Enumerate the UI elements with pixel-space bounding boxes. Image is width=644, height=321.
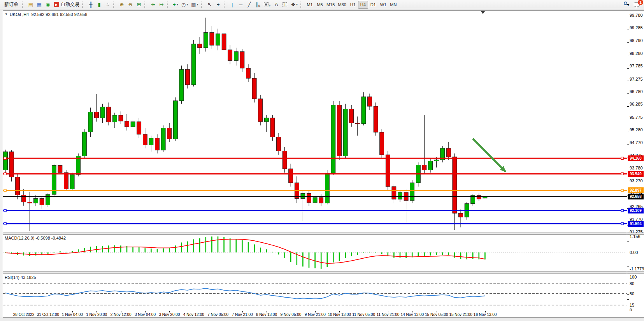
hline-92.109[interactable] xyxy=(3,209,627,212)
main-chart-panel[interactable] xyxy=(3,11,627,233)
price-tick-label: 95.280 xyxy=(630,127,643,132)
annotation-arrow-down[interactable] xyxy=(473,139,505,172)
timeframe-button-h4[interactable]: H4 xyxy=(358,1,368,9)
hline-92.897[interactable] xyxy=(3,189,627,192)
price-tag-94.160: 94.160 xyxy=(628,155,644,161)
zoom-out-icon: ⊖ xyxy=(128,2,133,7)
one-click-trading-arrow-icon[interactable]: ▼ xyxy=(5,12,8,16)
macd-signal-line xyxy=(5,239,485,263)
chevron-down-icon: ▾ xyxy=(296,3,298,6)
price-tick-label: 99.780 xyxy=(630,13,643,18)
rsi-tick-label: 100 xyxy=(630,275,637,279)
time-tick-label: 9 Nov 21:00 xyxy=(305,312,326,317)
arrows-icon[interactable]: ❖▾ xyxy=(289,1,299,9)
time-tick-label: 15 Nov 05:00 xyxy=(425,312,448,317)
fibonacci-icon[interactable]: ≡F xyxy=(262,1,272,9)
price-tag-92.897: 92.897 xyxy=(628,187,644,193)
text-label-icon[interactable]: T xyxy=(281,1,289,9)
market-watch-icon[interactable]: ▦ xyxy=(35,1,44,9)
time-tick-label: 3 Nov 20:00 xyxy=(159,312,180,317)
rsi-indicator-label: RSI(14) 43.1825 xyxy=(5,275,36,280)
text-icon[interactable]: A xyxy=(272,1,281,9)
rsi-tick-label: 15 xyxy=(630,303,634,307)
bar-chart-icon: ╫ xyxy=(89,2,92,7)
timeframe-button-w1[interactable]: W1 xyxy=(378,1,388,9)
toolbar: 新订单▤▦◉▶自动交易╫▮≈⊕⊖⊞↠↦+▾◷▾▨▾↖+|─╱∥E≡FAT❖▾M1… xyxy=(0,0,644,9)
timeframe-button-m1[interactable]: M1 xyxy=(305,1,315,9)
new-chart-icon[interactable]: ▤ xyxy=(26,1,35,9)
chart-symbol-label[interactable]: ▼UKOil-,H4 92.592 92.681 92.553 92.658 xyxy=(5,12,87,17)
templates-icon[interactable]: ▨▾ xyxy=(190,1,200,9)
time-tick-label: 2 Nov 12:00 xyxy=(111,312,132,317)
zoom-in-icon[interactable]: ⊕ xyxy=(118,1,126,9)
timeframe-button-m30[interactable]: M30 xyxy=(336,1,347,9)
rsi-panel[interactable] xyxy=(3,273,627,311)
cursor-icon[interactable]: ↖ xyxy=(205,1,214,9)
toolbar-separator xyxy=(224,2,226,8)
toolbar-separator xyxy=(113,2,116,8)
auto-scroll-icon: ↠ xyxy=(151,2,155,7)
candlestick-chart-icon[interactable]: ▮ xyxy=(95,1,104,9)
toolbar-separator xyxy=(201,2,204,8)
vertical-line-icon[interactable]: | xyxy=(228,1,237,9)
time-tick-label: 3 Nov 04:00 xyxy=(135,312,156,317)
hline-93.549[interactable] xyxy=(3,173,627,175)
price-tick-label: 96.780 xyxy=(630,89,643,94)
chevron-down-icon: ▾ xyxy=(197,3,198,6)
notifications-chat-icon[interactable]: 1 xyxy=(634,1,642,8)
tile-windows-icon[interactable]: ⊞ xyxy=(135,1,143,9)
price-axis[interactable]: 99.78099.28598.79098.28097.78597.27596.7… xyxy=(627,11,644,311)
equidistant-channel-icon: ∥ xyxy=(255,2,258,7)
macd-panel[interactable] xyxy=(3,235,627,272)
auto-scroll-icon[interactable]: ↠ xyxy=(149,1,157,9)
time-tick-label: 4 Nov 12:00 xyxy=(183,312,204,317)
time-axis[interactable]: 28 Oct 202231 Oct 12:001 Nov 04:001 Nov … xyxy=(3,311,644,317)
crosshair-icon[interactable]: + xyxy=(214,1,223,9)
templates-icon: ▨ xyxy=(191,2,196,7)
horizontal-line-icon[interactable]: ─ xyxy=(237,1,245,9)
zoom-in-icon: ⊕ xyxy=(120,2,124,7)
price-tick-label: 98.280 xyxy=(630,51,643,56)
timeframe-button-h1[interactable]: H1 xyxy=(348,1,358,9)
timeframe-button-mn[interactable]: MN xyxy=(388,1,398,9)
autotrading-button[interactable]: ▶自动交易 xyxy=(52,1,81,9)
new-order-button[interactable]: 新订单 xyxy=(2,1,21,9)
indicators-icon[interactable]: +▾ xyxy=(171,1,180,9)
equidistant-channel-icon[interactable]: ∥E xyxy=(254,1,262,9)
time-tick-label: 10 Nov 13:00 xyxy=(328,312,351,317)
navigator-icon: ◉ xyxy=(46,2,50,7)
chart-shift-marker-icon[interactable] xyxy=(481,11,485,14)
trendline-icon[interactable]: ╱ xyxy=(245,1,254,9)
zoom-out-icon[interactable]: ⊖ xyxy=(126,1,135,9)
time-tick-label: 1 Nov 04:00 xyxy=(62,312,83,317)
time-tick-label: 7 Nov 21:00 xyxy=(232,312,253,317)
price-tick-label: 99.285 xyxy=(630,25,643,30)
time-tick-label: 9 Nov 05:00 xyxy=(280,312,301,317)
navigator-icon[interactable]: ◉ xyxy=(44,1,52,9)
toolbar-separator xyxy=(167,2,169,8)
hline-91.594[interactable] xyxy=(3,222,627,225)
periods-clock-icon[interactable]: ◷▾ xyxy=(180,1,190,9)
price-tag-93.549: 93.549 xyxy=(628,171,644,177)
line-chart-icon[interactable]: ≈ xyxy=(104,1,112,9)
timeframe-button-m15[interactable]: M15 xyxy=(325,1,336,9)
time-tick-label: 11 Nov 21:00 xyxy=(377,312,400,317)
macd-tick-label: 0.00 xyxy=(630,250,638,255)
time-tick-label: 1 Nov 20:00 xyxy=(86,312,107,317)
bar-chart-icon[interactable]: ╫ xyxy=(86,1,95,9)
toolbar-separator xyxy=(82,2,84,8)
price-tick-label: 97.275 xyxy=(630,77,643,81)
time-tick-label: 14 Nov 13:00 xyxy=(401,312,424,317)
timeframe-button-d1[interactable]: D1 xyxy=(368,1,378,9)
time-tick-label: 28 Oct 2022 xyxy=(13,312,34,317)
search-icon[interactable] xyxy=(623,1,630,8)
price-tick-label: 96.285 xyxy=(630,102,643,106)
hline-94.160[interactable] xyxy=(3,157,627,159)
trendline-icon: ╱ xyxy=(248,2,251,7)
timeframe-button-m5[interactable]: M5 xyxy=(315,1,325,9)
chart-shift-icon[interactable]: ↦ xyxy=(157,1,166,9)
rsi-panel-splitter[interactable] xyxy=(3,272,644,273)
macd-panel-splitter[interactable] xyxy=(3,233,644,235)
time-tick-label: 11 Nov 05:00 xyxy=(352,312,375,317)
rsi-tick-label: 50 xyxy=(630,291,634,296)
